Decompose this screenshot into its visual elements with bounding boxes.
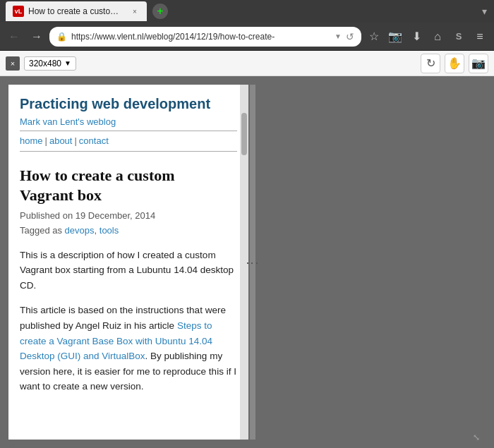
forward-button[interactable]: → [27, 27, 47, 47]
viewport-dropdown-icon: ▼ [64, 59, 71, 67]
site-title: Practicing web development [20, 93, 237, 114]
browser-viewport: Practicing web development Mark van Lent… [8, 85, 248, 440]
site-subtitle-link[interactable]: Mark van Lent's weblog [20, 116, 116, 127]
viewport-selector[interactable]: 320x480 ▼ [24, 56, 76, 71]
viewport-value: 320x480 [29, 59, 61, 68]
page-footer-resize: ⤡ [473, 432, 480, 442]
back-button[interactable]: ← [4, 27, 24, 47]
article-para-1: This is a description of how I created a… [20, 248, 237, 293]
tag-devops[interactable]: devops [65, 225, 95, 236]
address-bar: ← → 🔒 https://www.vlent.nl/weblog/2014/1… [0, 23, 494, 51]
responsive-toolbar: × 320x480 ▼ ↻ ✋ 📷 [0, 51, 494, 76]
toolbar-icons: ☆ 📷 ⬇ ⌂ S ≡ [364, 27, 490, 47]
url-bar[interactable]: 🔒 https://www.vlent.nl/weblog/2014/12/19… [49, 27, 361, 47]
tab-title: How to create a custom V... [28, 6, 126, 16]
download-button[interactable]: ⬇ [406, 27, 426, 47]
tag-tools[interactable]: tools [100, 225, 119, 236]
lock-icon: 🔒 [56, 32, 67, 42]
nav-sep-1: | [45, 134, 47, 148]
article-tags: Tagged as devops, tools [20, 224, 237, 238]
rotate-button[interactable]: ↻ [421, 54, 440, 73]
article-para-2: This article is based on the instruction… [20, 303, 237, 394]
site-nav: home | about | contact [20, 131, 237, 148]
new-tab-button[interactable]: + [152, 4, 168, 19]
tab-favicon: vL [13, 6, 24, 17]
resize-icon: ⋮ [245, 257, 260, 268]
content-area: Practicing web development Mark van Lent… [0, 76, 494, 448]
url-text: https://www.vlent.nl/weblog/2014/12/19/h… [71, 32, 330, 42]
screenshot-resp-button[interactable]: 📷 [469, 54, 488, 73]
article-meta: Published on 19 December, 2014 [20, 209, 237, 223]
sync-button[interactable]: S [449, 27, 469, 47]
tab-close-button[interactable]: × [130, 6, 140, 16]
page-content: Practicing web development Mark van Lent… [8, 85, 248, 403]
nav-sep-2: | [74, 134, 76, 148]
nav-about-link[interactable]: about [49, 134, 73, 148]
menu-button[interactable]: ≡ [470, 27, 490, 47]
article-title: How to create a custom Vagrant box [20, 166, 237, 206]
article-body: This is a description of how I created a… [20, 248, 237, 394]
title-bar: vL How to create a custom V... × + ▾ [0, 0, 494, 23]
screenshot-button[interactable]: 📷 [385, 27, 405, 47]
resize-handle[interactable]: ⋮ [250, 85, 255, 440]
url-dropdown-icon: ▼ [335, 32, 342, 40]
window-control[interactable]: ▾ [480, 7, 488, 16]
responsive-close-button[interactable]: × [6, 56, 20, 71]
home-button[interactable]: ⌂ [428, 27, 447, 47]
site-header: Practicing web development Mark van Lent… [20, 93, 237, 152]
touch-button[interactable]: ✋ [445, 54, 464, 73]
site-title-link[interactable]: Practicing web development [20, 96, 210, 111]
bookmark-button[interactable]: ☆ [364, 27, 384, 47]
browser-tab[interactable]: vL How to create a custom V... × [6, 1, 147, 21]
site-subtitle-container: Mark van Lent's weblog [20, 114, 237, 129]
nav-contact-link[interactable]: contact [79, 134, 109, 148]
scrollbar-thumb[interactable] [241, 113, 247, 155]
nav-home-link[interactable]: home [20, 134, 43, 148]
reload-icon: ↺ [346, 31, 354, 42]
